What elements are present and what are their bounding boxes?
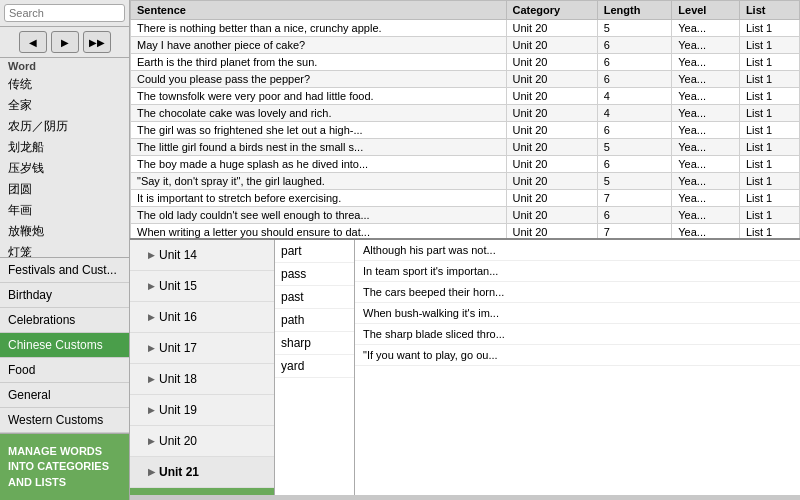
word-item[interactable]: 划龙船: [0, 137, 129, 158]
word-list: Word 传统全家农历／阴历划龙船压岁钱团圆年画放鞭炮灯笼福穿舞狮舞龙: [0, 58, 129, 258]
unit-label: Unit 16: [159, 310, 197, 324]
cell-level: Yea...: [672, 139, 740, 156]
cell-category: Unit 20: [506, 54, 597, 71]
cell-sentence: The girl was so frightened she let out a…: [131, 122, 507, 139]
nav-item-chinese-customs[interactable]: Chinese Customs: [0, 333, 129, 358]
play-button[interactable]: ▶: [51, 31, 79, 53]
cell-level: Yea...: [672, 207, 740, 224]
chevron-icon: ▶: [148, 250, 155, 260]
word-entry[interactable]: path: [275, 309, 354, 332]
table-row[interactable]: The girl was so frightened she let out a…: [131, 122, 800, 139]
cell-sentence: The boy made a huge splash as he dived i…: [131, 156, 507, 173]
unit-item-unit21[interactable]: ▶ Unit 21: [130, 457, 274, 488]
sentence-entry[interactable]: The cars beeped their horn...: [355, 282, 800, 303]
cell-list: List 1: [739, 207, 799, 224]
cell-category: Unit 20: [506, 20, 597, 37]
table-row[interactable]: The boy made a huge splash as he dived i…: [131, 156, 800, 173]
cell-list: List 1: [739, 190, 799, 207]
cell-level: Yea...: [672, 20, 740, 37]
search-container: [0, 0, 129, 27]
table-row[interactable]: There is nothing better than a nice, cru…: [131, 20, 800, 37]
forward-button[interactable]: ▶▶: [83, 31, 111, 53]
unit-item-unit19[interactable]: ▶ Unit 19: [130, 395, 274, 426]
word-item[interactable]: 放鞭炮: [0, 221, 129, 242]
table-row[interactable]: Earth is the third planet from the sun. …: [131, 54, 800, 71]
unit-item-unit16[interactable]: ▶ Unit 16: [130, 302, 274, 333]
unit-item-unit18[interactable]: ▶ Unit 18: [130, 364, 274, 395]
back-button[interactable]: ◀: [19, 31, 47, 53]
cell-level: Yea...: [672, 156, 740, 173]
list-subitem[interactable]: List 1: [130, 488, 274, 495]
cell-category: Unit 20: [506, 105, 597, 122]
cell-sentence: Could you please pass the pepper?: [131, 71, 507, 88]
word-entry[interactable]: sharp: [275, 332, 354, 355]
unit-panel[interactable]: ▶ Unit 14▶ Unit 15▶ Unit 16▶ Unit 17▶ Un…: [130, 240, 275, 495]
cell-length: 6: [597, 122, 672, 139]
playback-controls: ◀ ▶ ▶▶: [0, 27, 129, 58]
unit-item-unit14[interactable]: ▶ Unit 14: [130, 240, 274, 271]
cell-length: 5: [597, 20, 672, 37]
cell-level: Yea...: [672, 190, 740, 207]
sentences-panel[interactable]: Although his part was not...In team spor…: [355, 240, 800, 495]
table-row[interactable]: Could you please pass the pepper? Unit 2…: [131, 71, 800, 88]
header-sentence: Sentence: [131, 1, 507, 20]
cell-length: 5: [597, 173, 672, 190]
table-row[interactable]: "Say it, don't spray it", the girl laugh…: [131, 173, 800, 190]
nav-item-food[interactable]: Food: [0, 358, 129, 383]
chevron-icon: ▶: [148, 281, 155, 291]
word-entry[interactable]: part: [275, 240, 354, 263]
words-panel[interactable]: partpasspastpathsharpyard: [275, 240, 355, 495]
sentence-entry[interactable]: The sharp blade sliced thro...: [355, 324, 800, 345]
word-item[interactable]: 压岁钱: [0, 158, 129, 179]
table-row[interactable]: The townsfolk were very poor and had lit…: [131, 88, 800, 105]
word-item[interactable]: 全家: [0, 95, 129, 116]
unit-item-unit17[interactable]: ▶ Unit 17: [130, 333, 274, 364]
sentences-table-container[interactable]: Sentence Category Length Level List Ther…: [130, 0, 800, 240]
cell-sentence: There is nothing better than a nice, cru…: [131, 20, 507, 37]
table-row[interactable]: It is important to stretch before exerci…: [131, 190, 800, 207]
nav-item-general[interactable]: General: [0, 383, 129, 408]
cell-sentence: The old lady couldn't see well enough to…: [131, 207, 507, 224]
nav-item-festivals[interactable]: Festivals and Cust...: [0, 258, 129, 283]
unit-item-unit20[interactable]: ▶ Unit 20: [130, 426, 274, 457]
cell-category: Unit 20: [506, 207, 597, 224]
cell-list: List 1: [739, 122, 799, 139]
nav-item-celebrations[interactable]: Celebrations: [0, 308, 129, 333]
word-entry[interactable]: pass: [275, 263, 354, 286]
cell-list: List 1: [739, 224, 799, 241]
cell-length: 6: [597, 207, 672, 224]
word-entry[interactable]: yard: [275, 355, 354, 378]
nav-item-western-customs[interactable]: Western Customs: [0, 408, 129, 433]
cell-length: 7: [597, 224, 672, 241]
word-item[interactable]: 团圆: [0, 179, 129, 200]
nav-item-birthday[interactable]: Birthday: [0, 283, 129, 308]
search-input[interactable]: [4, 4, 125, 22]
sentence-entry[interactable]: Although his part was not...: [355, 240, 800, 261]
word-item[interactable]: 年画: [0, 200, 129, 221]
unit-label: Unit 19: [159, 403, 197, 417]
table-row[interactable]: The chocolate cake was lovely and rich. …: [131, 105, 800, 122]
unit-label: Unit 20: [159, 434, 197, 448]
table-row[interactable]: The little girl found a birds nest in th…: [131, 139, 800, 156]
cell-level: Yea...: [672, 224, 740, 241]
table-row[interactable]: When writing a letter you should ensure …: [131, 224, 800, 241]
word-item[interactable]: 传统: [0, 74, 129, 95]
manage-banner: MANAGE WORDS INTO CATEGORIES AND LISTS: [0, 434, 129, 500]
word-entry[interactable]: past: [275, 286, 354, 309]
table-row[interactable]: The old lady couldn't see well enough to…: [131, 207, 800, 224]
bottom-area: ▶ Unit 14▶ Unit 15▶ Unit 16▶ Unit 17▶ Un…: [130, 240, 800, 495]
cell-category: Unit 20: [506, 71, 597, 88]
cell-level: Yea...: [672, 105, 740, 122]
sentence-entry[interactable]: When bush-walking it's im...: [355, 303, 800, 324]
unit-item-unit15[interactable]: ▶ Unit 15: [130, 271, 274, 302]
sentence-entry[interactable]: "If you want to play, go ou...: [355, 345, 800, 366]
cell-category: Unit 20: [506, 190, 597, 207]
sentence-entry[interactable]: In team sport it's importan...: [355, 261, 800, 282]
cell-category: Unit 20: [506, 139, 597, 156]
chevron-icon: ▶: [148, 343, 155, 353]
word-item[interactable]: 灯笼: [0, 242, 129, 258]
header-category: Category: [506, 1, 597, 20]
cell-list: List 1: [739, 37, 799, 54]
word-item[interactable]: 农历／阴历: [0, 116, 129, 137]
table-row[interactable]: May I have another piece of cake? Unit 2…: [131, 37, 800, 54]
